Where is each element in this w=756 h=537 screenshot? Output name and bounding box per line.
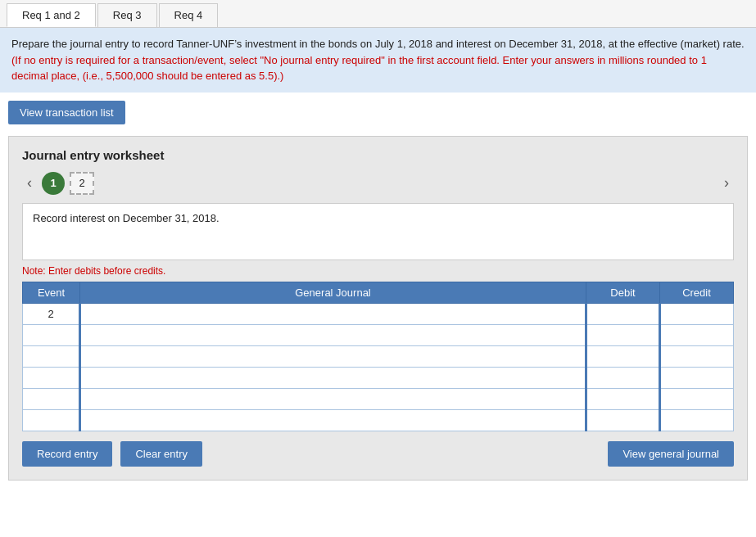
tab-req4[interactable]: Req 4 [159, 3, 219, 27]
credit-input-cell[interactable] [660, 324, 734, 345]
page-2-indicator[interactable]: 2 [70, 172, 94, 195]
col-header-credit: Credit [660, 282, 734, 303]
view-transaction-button[interactable]: View transaction list [8, 101, 125, 124]
credit-input[interactable] [661, 389, 733, 409]
tab-req1and2[interactable]: Req 1 and 2 [7, 3, 96, 27]
credit-input[interactable] [661, 346, 733, 367]
next-page-button[interactable]: › [719, 173, 734, 193]
debit-input[interactable] [587, 410, 659, 431]
credit-input-cell[interactable] [660, 367, 734, 388]
journal-input[interactable] [81, 389, 585, 409]
tab-req3[interactable]: Req 3 [97, 3, 157, 27]
debit-input[interactable] [587, 346, 659, 367]
credit-input-cell[interactable] [660, 303, 734, 324]
col-header-event: Event [23, 282, 80, 303]
entry-description-text: Record interest on December 31, 2018. [33, 212, 220, 224]
instruction-red-text: (If no entry is required for a transacti… [11, 54, 707, 83]
note-text: Note: Enter debits before credits. [22, 265, 734, 277]
journal-input[interactable] [81, 346, 585, 367]
journal-input[interactable] [81, 325, 585, 345]
table-row [23, 367, 734, 388]
debit-input-cell[interactable] [586, 324, 660, 345]
entry-description-box: Record interest on December 31, 2018. [22, 203, 734, 260]
clear-entry-button[interactable]: Clear entry [120, 441, 202, 467]
table-row [23, 324, 734, 345]
debit-input-cell[interactable] [586, 409, 660, 431]
journal-input[interactable] [81, 410, 585, 431]
credit-input-cell[interactable] [660, 409, 734, 431]
journal-input-cell[interactable] [80, 345, 586, 367]
bottom-buttons: Record entry Clear entry View general jo… [22, 441, 734, 467]
credit-input-cell[interactable] [660, 345, 734, 367]
debit-input-cell[interactable] [586, 388, 660, 409]
event-cell: 2 [23, 303, 80, 324]
page-1-indicator[interactable]: 1 [42, 172, 65, 195]
event-cell [23, 345, 80, 367]
journal-input-cell[interactable] [80, 324, 586, 345]
col-header-journal: General Journal [80, 282, 586, 303]
debit-input[interactable] [587, 368, 659, 388]
journal-input-cell[interactable] [80, 409, 586, 431]
tabs-bar: Req 1 and 2 Req 3 Req 4 [0, 0, 756, 28]
event-cell [23, 367, 80, 388]
event-cell [23, 388, 80, 409]
debit-input[interactable] [587, 304, 659, 324]
journal-input-cell[interactable] [80, 367, 586, 388]
journal-input-cell[interactable] [80, 388, 586, 409]
view-general-journal-button[interactable]: View general journal [608, 441, 734, 467]
prev-page-button[interactable]: ‹ [22, 173, 37, 193]
event-cell [23, 409, 80, 431]
worksheet-container: Journal entry worksheet ‹ 1 2 › Record i… [8, 136, 748, 481]
credit-input[interactable] [661, 304, 733, 324]
credit-input[interactable] [661, 368, 733, 388]
credit-input[interactable] [661, 410, 733, 431]
record-entry-button[interactable]: Record entry [22, 441, 112, 467]
journal-table: Event General Journal Debit Credit 2 [22, 282, 734, 431]
journal-input[interactable] [81, 304, 585, 324]
debit-input-cell[interactable] [586, 345, 660, 367]
table-row [23, 345, 734, 367]
debit-input[interactable] [587, 325, 659, 345]
table-row [23, 388, 734, 409]
credit-input-cell[interactable] [660, 388, 734, 409]
instruction-box: Prepare the journal entry to record Tann… [0, 28, 756, 93]
debit-input[interactable] [587, 389, 659, 409]
col-header-debit: Debit [586, 282, 660, 303]
instruction-main-text: Prepare the journal entry to record Tann… [11, 38, 745, 50]
debit-input-cell[interactable] [586, 367, 660, 388]
event-cell [23, 324, 80, 345]
table-row [23, 409, 734, 431]
journal-input-cell[interactable] [80, 303, 586, 324]
credit-input[interactable] [661, 325, 733, 345]
worksheet-title: Journal entry worksheet [22, 148, 734, 162]
journal-input[interactable] [81, 368, 585, 388]
nav-row: ‹ 1 2 › [22, 172, 734, 195]
table-row: 2 [23, 303, 734, 324]
debit-input-cell[interactable] [586, 303, 660, 324]
